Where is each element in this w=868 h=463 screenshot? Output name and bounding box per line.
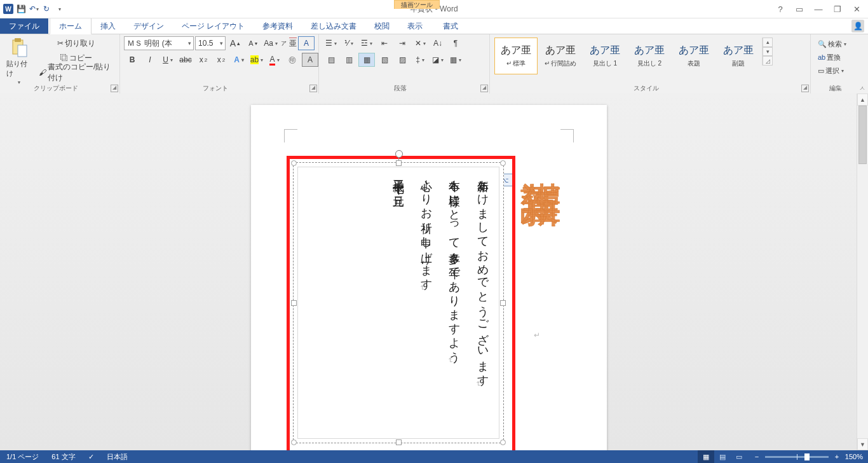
qat-undo-icon[interactable]: ↶▾ [28, 3, 39, 15]
underline-button[interactable]: U▾ [159, 53, 176, 67]
tab-insert[interactable]: 挿入 [92, 18, 125, 34]
select-button[interactable]: ▭選択▾ [815, 64, 864, 77]
tab-format[interactable]: 書式 [434, 17, 467, 34]
document-area[interactable]: 謹賀新年 ⌥ ↵ 新年あけましておめでとうございます↵ 本年も皆様にとって幸多き… [0, 93, 857, 95]
tab-review[interactable]: 校閲 [365, 18, 398, 34]
styles-dialog-launcher[interactable]: ◢ [801, 85, 809, 92]
superscript-button[interactable]: x2 [213, 53, 229, 67]
ribbon-display-icon[interactable]: ▭ [792, 3, 807, 15]
bullets-button[interactable]: ☰▾ [323, 36, 339, 50]
paragraph-dialog-launcher[interactable]: ◢ [480, 85, 488, 92]
font-name-combo[interactable]: ＭＳ 明朝 (本 [124, 36, 194, 50]
line-spacing-button[interactable]: ‡▾ [412, 53, 428, 67]
distributed-button[interactable]: ▨ [394, 53, 410, 67]
qat-repeat-icon[interactable]: ↻ [41, 3, 52, 15]
char-border-button[interactable]: A [302, 53, 318, 67]
phonetic-guide-button[interactable]: ア亜 [280, 36, 297, 50]
show-marks-button[interactable]: ¶ [447, 36, 464, 50]
style-normal[interactable]: あア亜↵ 標準 [494, 38, 538, 74]
clear-formatting-button[interactable]: A [298, 36, 315, 50]
grow-font-button[interactable]: A▴ [227, 36, 243, 50]
style-title[interactable]: あア亜表題 [672, 38, 715, 74]
increase-indent-button[interactable]: ⇥ [394, 36, 410, 50]
minimize-icon[interactable]: — [811, 3, 826, 15]
tab-mailings[interactable]: 差し込み文書 [302, 18, 365, 34]
tab-file[interactable]: ファイル [0, 18, 48, 34]
font-dialog-launcher[interactable]: ◢ [309, 85, 317, 92]
style-heading1[interactable]: あア亜見出し 1 [583, 38, 627, 74]
font-color-button[interactable]: A▾ [266, 53, 283, 67]
align-center-v-button[interactable]: ▥ [341, 53, 357, 67]
qat-save-icon[interactable]: 💾 [15, 3, 27, 15]
ribbon: 貼り付け▾ ✂切り取り ⿻コピー 🖌書式のコピー/貼り付け クリップボード ◢ … [0, 34, 868, 95]
group-font: ＭＳ 明朝 (本 10.5 A▴ A▾ Aa▾ ア亜 A B I U▾ abc … [120, 34, 319, 94]
format-painter-button[interactable]: 🖌書式のコピー/貼り付け [37, 66, 116, 79]
shrink-font-button[interactable]: A▾ [245, 36, 261, 50]
paste-button[interactable]: 貼り付け▾ [4, 36, 33, 86]
qat-customize-icon[interactable]: ▾ [53, 3, 65, 15]
italic-button[interactable]: I [142, 53, 158, 67]
find-button[interactable]: 🔍検索▾ [815, 38, 864, 50]
vertical-scrollbar[interactable]: ▲ ▼ [857, 93, 868, 95]
text-effects-button[interactable]: A▾ [231, 53, 247, 67]
clipboard-dialog-launcher[interactable]: ◢ [111, 85, 118, 92]
sort-button[interactable]: A↓ [430, 36, 446, 50]
subscript-button[interactable]: x2 [195, 53, 212, 67]
bold-button[interactable]: B [124, 53, 140, 67]
borders-button[interactable]: ▦▾ [447, 53, 464, 67]
account-button[interactable]: 👤 [848, 18, 868, 34]
font-size-combo[interactable]: 10.5 [195, 36, 226, 50]
scroll-up-icon[interactable]: ▲ [857, 93, 868, 95]
align-justify-v-button[interactable]: ▧ [376, 53, 393, 67]
close-icon[interactable]: ✕ [849, 3, 864, 15]
title-bar: W 💾 ↶▾ ↻ ▾ 年賀状 - Word 描画ツール ? ▭ — ❐ ✕ [0, 0, 868, 18]
select-icon: ▭ [818, 67, 824, 75]
ribbon-tabs: ファイル ホーム 挿入 デザイン ページ レイアウト 参考資料 差し込み文書 校… [0, 18, 868, 34]
replace-button[interactable]: ab置換 [815, 51, 864, 64]
group-styles: あア亜↵ 標準 あア亜↵ 行間詰め あア亜見出し 1 あア亜見出し 2 あア亜表… [490, 34, 811, 94]
numbering-button[interactable]: ⅟▾ [341, 36, 357, 50]
asian-layout-button[interactable]: ✕▾ [412, 36, 428, 50]
group-clipboard: 貼り付け▾ ✂切り取り ⿻コピー 🖌書式のコピー/貼り付け クリップボード ◢ [0, 34, 120, 94]
highlight-button[interactable]: ab▾ [248, 53, 265, 67]
tab-references[interactable]: 参考資料 [254, 18, 302, 34]
change-case-button[interactable]: Aa▾ [262, 36, 279, 50]
help-icon[interactable]: ? [773, 3, 788, 15]
restore-icon[interactable]: ❐ [830, 3, 845, 15]
scissors-icon: ✂ [57, 39, 64, 48]
style-subtitle[interactable]: あア亜副題 [717, 38, 760, 74]
find-icon: 🔍 [818, 40, 827, 48]
enclose-char-button[interactable]: ㊞ [284, 53, 301, 67]
tab-layout[interactable]: ページ レイアウト [173, 18, 254, 34]
tab-home[interactable]: ホーム [50, 18, 92, 34]
style-gallery-scroll[interactable]: ▴▾◿ [762, 38, 773, 66]
style-nospace[interactable]: あア亜↵ 行間詰め [539, 38, 582, 74]
style-heading2[interactable]: あア亜見出し 2 [628, 38, 671, 74]
cut-button[interactable]: ✂切り取り [37, 36, 116, 50]
multilevel-list-button[interactable]: ☲▾ [358, 36, 375, 50]
brush-icon: 🖌 [39, 68, 46, 77]
tab-design[interactable]: デザイン [125, 18, 173, 34]
strikethrough-button[interactable]: abc [177, 53, 194, 67]
replace-icon: ab [818, 53, 825, 61]
shading-button[interactable]: ◪▾ [430, 53, 446, 67]
copy-icon: ⿻ [60, 53, 68, 62]
svg-rect-1 [15, 38, 21, 42]
paste-icon [8, 38, 29, 58]
decrease-indent-button[interactable]: ⇤ [376, 36, 393, 50]
svg-rect-2 [18, 45, 27, 57]
app-icon: W [3, 3, 14, 15]
tab-view[interactable]: 表示 [398, 18, 431, 34]
collapse-ribbon-icon[interactable]: ㅅ [859, 84, 865, 93]
contextual-tab-cap: 描画ツール [394, 0, 440, 18]
group-paragraph: ☰▾ ⅟▾ ☲▾ ⇤ ⇥ ✕▾ A↓ ¶ ▤ ▥ ▦ ▧ ▨ ‡▾ ◪▾ ▦▾ … [319, 34, 490, 94]
align-top-button[interactable]: ▤ [323, 53, 339, 67]
align-bottom-button[interactable]: ▦ [358, 53, 375, 67]
